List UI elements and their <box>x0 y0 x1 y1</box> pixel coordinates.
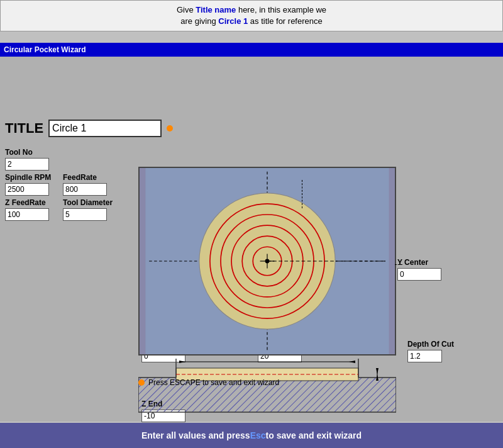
cross-section-svg <box>138 359 396 415</box>
tooltip-text: Give Title name here, in this example we… <box>177 5 326 26</box>
bottom-text-1: Enter all values and press <box>141 430 250 440</box>
depth-of-cut-input[interactable] <box>407 350 442 362</box>
feedrate-label: FeedRate <box>63 173 107 182</box>
spindle-rpm-label: Spindle RPM <box>5 173 51 182</box>
title-static-label: TITLE <box>5 120 43 137</box>
field-tool-diameter: Tool Diameter <box>63 198 113 221</box>
bottom-status-bar: Enter all values and press Esc to save a… <box>0 423 503 448</box>
tooltip-bold-title: Title name <box>196 5 236 14</box>
svg-marker-20 <box>349 361 355 363</box>
field-feedrate: FeedRate <box>63 173 107 196</box>
diagram-top-view <box>138 167 396 356</box>
y-center-dashed-line <box>395 264 402 265</box>
field-spindle-rpm: Spindle RPM <box>5 173 51 196</box>
bottom-text-2: to save and exit wizard <box>266 430 362 440</box>
z-feedrate-input[interactable] <box>5 208 49 221</box>
title-row: TITLE <box>5 120 173 137</box>
z-feedrate-label: Z FeedRate <box>5 198 49 207</box>
tool-diameter-input[interactable] <box>63 208 107 221</box>
field-y-center: Y Center <box>397 258 441 281</box>
tooltip-box: Give Title name here, in this example we… <box>0 0 503 31</box>
press-escape-dot <box>138 379 145 386</box>
tool-no-label: Tool No <box>5 148 49 157</box>
svg-marker-22 <box>376 368 379 374</box>
field-depth-of-cut: Depth Of Cut <box>407 340 454 362</box>
tool-diameter-label: Tool Diameter <box>63 198 113 207</box>
press-escape-text: Press ESCAPE to save and exit wizard <box>148 378 279 387</box>
spindle-rpm-input[interactable] <box>5 183 49 196</box>
svg-marker-19 <box>179 361 185 363</box>
tooltip-bold-circle: Circle 1 <box>218 16 248 26</box>
cross-section-area <box>138 359 396 415</box>
circle-diagram-svg <box>140 168 395 354</box>
press-escape-notice: Press ESCAPE to save and exit wizard <box>138 378 279 387</box>
main-area: TITLE Tool No Spindle RPM FeedRate Z Fee… <box>0 57 503 422</box>
title-orange-dot <box>167 125 173 132</box>
field-z-feedrate: Z FeedRate <box>5 198 49 221</box>
feedrate-input[interactable] <box>63 183 107 196</box>
esc-key-highlight: Esc <box>250 430 266 440</box>
y-center-label: Y Center <box>397 258 441 267</box>
title-input[interactable] <box>48 120 162 137</box>
field-tool-no: Tool No <box>5 148 49 171</box>
depth-of-cut-label: Depth Of Cut <box>407 340 454 349</box>
tool-no-input[interactable] <box>5 158 49 171</box>
y-center-input[interactable] <box>397 268 441 281</box>
window-title-bar: Circular Pocket Wizard <box>0 43 503 57</box>
x-center-dashed-line <box>302 180 302 208</box>
window-title-label: Circular Pocket Wizard <box>4 45 86 54</box>
